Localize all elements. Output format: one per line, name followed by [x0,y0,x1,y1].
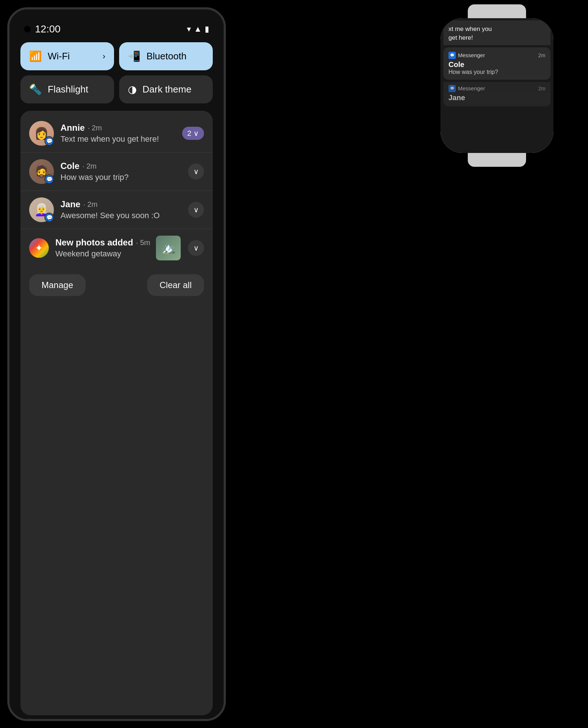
watch-notif-3-header: 💬 Messenger 2m [448,85,545,92]
cole-avatar-wrap: 🧔 💬 [29,159,54,184]
watch-notif-3-time: 2m [538,86,545,91]
quick-tiles: 📶 Wi-Fi › 📲 Bluetooth 🔦 Flashlight ◑ Dar… [17,39,216,107]
status-bar: 12:00 ▾ ▲ ▮ [17,17,216,39]
wifi-label: Wi-Fi [48,51,70,62]
wifi-status-icon: ▾ [187,24,191,34]
watch-case: xt me when you get here! 💬 Messenger 2m … [440,18,553,153]
watch-body: xt me when you get here! 💬 Messenger 2m … [440,18,553,153]
cole-messenger-badge: 💬 [44,174,54,184]
flashlight-tile[interactable]: 🔦 Flashlight [20,75,114,103]
jane-content: Jane · 2m Awesome! See you soon :O [60,199,184,220]
photos-content: New photos added · 5m Weekend getaway [55,237,156,259]
watch-screen: xt me when you get here! 💬 Messenger 2m … [440,18,553,153]
dark-theme-tile[interactable]: ◑ Dark theme [119,75,213,103]
photos-msg: Weekend getaway [55,249,156,259]
phone: 12:00 ▾ ▲ ▮ 📶 Wi-Fi › 📲 Bluetooth [7,7,226,721]
wifi-chevron-icon: › [103,52,105,61]
status-time: 12:00 [35,23,60,35]
camera-dot [24,26,31,32]
watch-notif-2-time: 2m [538,52,545,58]
wifi-icon: 📶 [29,50,42,62]
watch-notif-3: 💬 Messenger 2m Jane [443,82,550,106]
annie-messenger-badge: 💬 [44,136,54,146]
annie-badge-chevron: ∨ [193,129,199,138]
photos-thumbnail: 🏔️ [156,236,181,260]
flashlight-label: Flashlight [48,84,88,95]
watch-notif-1-text: xt me when you get here! [448,25,545,42]
bluetooth-tile[interactable]: 📲 Bluetooth [119,42,213,70]
notification-actions: Manage Clear all [20,267,213,301]
status-icons: ▾ ▲ ▮ [187,24,209,34]
watch-notif-3-title: Jane [448,94,545,102]
jane-messenger-badge: 💬 [44,213,54,222]
signal-icon: ▲ [194,24,202,34]
notif-photos[interactable]: ✦ New photos added · 5m Weekend getaway … [20,229,213,267]
watch-messenger-name-2: Messenger [458,85,538,91]
watch-messenger-icon-2: 💬 [448,85,456,92]
notif-jane[interactable]: 👩‍🦳 💬 Jane · 2m Awesome! See you soon :O… [20,191,213,229]
annie-count-badge[interactable]: 2 ∨ [182,127,204,140]
notifications-panel: 👩 💬 Annie · 2m Text me when you get here… [20,111,213,715]
annie-badge-count: 2 [187,129,191,138]
cole-msg: How was your trip? [60,173,184,182]
watch-notif-2-header: 💬 Messenger 2m [448,52,545,59]
jane-avatar-wrap: 👩‍🦳 💬 [29,197,54,222]
photos-title: New photos added · 5m [55,237,156,248]
dark-theme-icon: ◑ [128,83,137,95]
bluetooth-icon: 📲 [128,50,141,62]
cole-title: Cole · 2m [60,161,184,171]
annie-msg: Text me when you get here! [60,134,182,144]
battery-icon: ▮ [205,24,209,34]
cole-name: Cole [60,161,79,171]
clear-all-button[interactable]: Clear all [147,274,204,296]
annie-content: Annie · 2m Text me when you get here! [60,123,182,144]
jane-name: Jane [60,199,81,209]
watch-notif-2: 💬 Messenger 2m Cole How was your trip? [443,47,550,80]
bluetooth-label: Bluetooth [146,51,187,62]
photos-expand-button[interactable]: ∨ [188,240,204,256]
manage-button[interactable]: Manage [29,274,86,296]
photos-name: New photos added [55,237,133,248]
annie-time: · 2m [88,124,102,132]
notif-annie[interactable]: 👩 💬 Annie · 2m Text me when you get here… [20,114,213,153]
smartwatch: xt me when you get here! 💬 Messenger 2m … [428,4,566,168]
flashlight-icon: 🔦 [29,83,42,95]
watch-messenger-icon: 💬 [448,52,456,59]
watch-notif-2-msg: How was your trip? [448,69,545,75]
cole-content: Cole · 2m How was your trip? [60,161,184,182]
annie-avatar-wrap: 👩 💬 [29,121,54,146]
watch-notif-2-title: Cole [448,60,545,69]
watch-messenger-name: Messenger [458,52,538,58]
status-left: 12:00 [24,23,60,35]
notif-cole[interactable]: 🧔 💬 Cole · 2m How was your trip? ∨ [20,153,213,191]
jane-msg: Awesome! See you soon :O [60,211,184,220]
wifi-tile[interactable]: 📶 Wi-Fi › [20,42,114,70]
jane-title: Jane · 2m [60,199,184,209]
annie-title: Annie · 2m [60,123,182,133]
cole-expand-button[interactable]: ∨ [188,164,204,180]
cole-time: · 2m [82,162,97,170]
dark-theme-label: Dark theme [142,84,191,95]
watch-notif-1: xt me when you get here! [443,20,550,45]
phone-screen: 12:00 ▾ ▲ ▮ 📶 Wi-Fi › 📲 Bluetooth [9,9,224,719]
photos-app-icon: ✦ [29,238,49,258]
jane-expand-button[interactable]: ∨ [188,202,204,218]
annie-name: Annie [60,123,85,133]
photos-time: · 5m [136,239,150,247]
jane-time: · 2m [83,200,98,209]
